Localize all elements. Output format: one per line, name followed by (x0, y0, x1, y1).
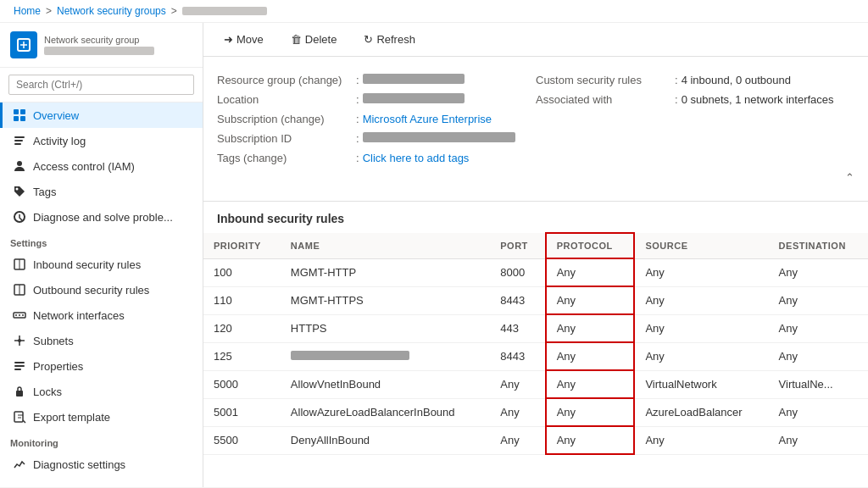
sidebar-item-diagnostic-settings-label: Diagnostic settings (33, 458, 125, 471)
svg-rect-1 (14, 109, 19, 114)
cell-destination: Any (769, 286, 868, 314)
cell-name: AllowAzureLoadBalancerInBound (281, 398, 490, 426)
cell-destination: Any (769, 342, 868, 370)
cell-name: AllowVnetInBound (281, 370, 490, 398)
cell-source: Any (634, 258, 768, 286)
cell-name: MGMT-HTTP (281, 258, 490, 286)
cell-port: 8000 (490, 258, 545, 286)
custom-security-row: Custom security rules : 4 inbound, 0 out… (536, 70, 854, 90)
search-box[interactable] (0, 68, 203, 103)
table-row[interactable]: 5001AllowAzureLoadBalancerInBoundAnyAnyA… (203, 398, 868, 426)
table-row[interactable]: 110MGMT-HTTPS8443AnyAnyAny (203, 286, 868, 314)
cell-source: Any (634, 314, 768, 342)
cell-protocol: Any (546, 314, 635, 342)
cell-source: AzureLoadBalancer (634, 398, 768, 426)
tags-value[interactable]: Click here to add tags (363, 152, 470, 164)
sidebar-item-locks-label: Locks (33, 385, 62, 398)
sidebar-item-overview[interactable]: Overview (0, 103, 203, 128)
properties-icon (13, 359, 26, 373)
main-content: ➜ Move 🗑 Delete ↻ Refresh Resource group… (203, 23, 868, 487)
cell-destination: Any (769, 314, 868, 342)
svg-point-17 (19, 314, 20, 316)
delete-label: Delete (305, 33, 337, 46)
cell-priority: 110 (203, 286, 281, 314)
settings-section-label: Settings (0, 230, 203, 252)
sidebar-item-access-control[interactable]: Access control (IAM) (0, 153, 203, 179)
table-row[interactable]: 5000AllowVnetInBoundAnyAnyVirtualNetwork… (203, 370, 868, 398)
cell-protocol: Any (546, 398, 635, 426)
svg-rect-21 (14, 365, 25, 367)
cell-name: HTTPS (281, 314, 490, 342)
sidebar: Network security group Overview Activity… (0, 23, 203, 487)
sidebar-item-tags[interactable]: Tags (0, 179, 203, 204)
sidebar-item-network-interfaces-label: Network interfaces (33, 309, 125, 322)
table-row[interactable]: 1258443AnyAnyAny (203, 342, 868, 370)
breadcrumb-nsg[interactable]: Network security groups (57, 5, 166, 17)
subscription-row: Subscription (change) : Microsoft Azure … (217, 109, 536, 129)
cell-port: 8443 (490, 286, 545, 314)
monitoring-section-label: Monitoring (0, 430, 203, 452)
sidebar-item-network-interfaces[interactable]: Network interfaces (0, 302, 203, 328)
delete-button[interactable]: 🗑 Delete (284, 30, 344, 49)
tags-row: Tags (change) : Click here to add tags (217, 148, 536, 168)
table-row[interactable]: 120HTTPS443AnyAnyAny (203, 314, 868, 342)
refresh-button[interactable]: ↻ Refresh (357, 30, 422, 49)
table-row[interactable]: 100MGMT-HTTP8000AnyAnyAny (203, 258, 868, 286)
sidebar-item-properties[interactable]: Properties (0, 353, 203, 379)
svg-point-16 (15, 314, 17, 316)
resource-name (44, 47, 154, 55)
collapse-info-icon[interactable]: ⌃ (845, 171, 854, 184)
tags-label: Tags (change) (217, 152, 353, 164)
cell-protocol: Any (546, 258, 635, 286)
location-label: Location (217, 93, 353, 106)
inbound-rules-title: Inbound security rules (203, 202, 868, 232)
svg-rect-7 (14, 143, 21, 145)
sidebar-item-outbound-rules[interactable]: Outbound security rules (0, 277, 203, 302)
table-row[interactable]: 5500DenyAllInBoundAnyAnyAnyAny (203, 426, 868, 454)
diagnose-icon (13, 210, 26, 224)
table-header-row: PRIORITY NAME PORT PROTOCOL SOURCE DESTI… (203, 233, 868, 258)
cell-destination: VirtualNe... (769, 370, 868, 398)
cell-port: Any (490, 426, 545, 454)
cell-port: 443 (490, 314, 545, 342)
cell-source: VirtualNetwork (634, 370, 768, 398)
sidebar-item-subnets[interactable]: Subnets (0, 328, 203, 353)
svg-rect-5 (14, 136, 25, 138)
associated-with-row: Associated with : 0 subnets, 1 network i… (536, 90, 854, 109)
col-destination: DESTINATION (769, 233, 868, 258)
sidebar-item-diagnose[interactable]: Diagnose and solve proble... (0, 204, 203, 230)
sidebar-item-diagnostic-settings[interactable]: Diagnostic settings (0, 452, 203, 477)
subnets-icon (13, 334, 26, 347)
info-right-col: Custom security rules : 4 inbound, 0 out… (536, 70, 854, 168)
cell-source: Any (634, 286, 768, 314)
cell-name: MGMT-HTTPS (281, 286, 490, 314)
custom-security-value: 4 inbound, 0 outbound (682, 74, 791, 86)
search-input[interactable] (8, 75, 194, 95)
cell-destination: Any (769, 258, 868, 286)
sidebar-item-export-template[interactable]: Export template (0, 404, 203, 430)
subscription-value[interactable]: Microsoft Azure Enterprise (363, 113, 492, 125)
sidebar-item-inbound-rules[interactable]: Inbound security rules (0, 252, 203, 277)
col-name: NAME (281, 233, 490, 258)
svg-rect-2 (20, 109, 25, 114)
cell-port: Any (490, 370, 545, 398)
sidebar-item-diagnose-label: Diagnose and solve proble... (33, 211, 173, 224)
resource-group-row: Resource group (change) : (217, 70, 536, 90)
move-label: Move (236, 33, 264, 46)
inbound-rules-icon (13, 258, 26, 271)
refresh-label: Refresh (376, 33, 415, 46)
diagnostic-settings-icon (13, 458, 26, 471)
sidebar-item-overview-label: Overview (33, 109, 79, 122)
associated-with-label: Associated with (536, 93, 671, 106)
info-grid: Resource group (change) : Location : Sub… (217, 70, 854, 168)
inbound-rules-table: PRIORITY NAME PORT PROTOCOL SOURCE DESTI… (203, 232, 868, 455)
cell-destination: Any (769, 426, 868, 454)
breadcrumb-sep2: > (171, 5, 177, 17)
sidebar-item-locks[interactable]: Locks (0, 379, 203, 404)
svg-rect-24 (14, 412, 23, 422)
breadcrumb-home[interactable]: Home (14, 5, 41, 17)
sidebar-item-activity-log[interactable]: Activity log (0, 128, 203, 153)
cell-priority: 5001 (203, 398, 281, 426)
resource-header: Network security group (0, 23, 203, 68)
move-button[interactable]: ➜ Move (217, 30, 270, 49)
